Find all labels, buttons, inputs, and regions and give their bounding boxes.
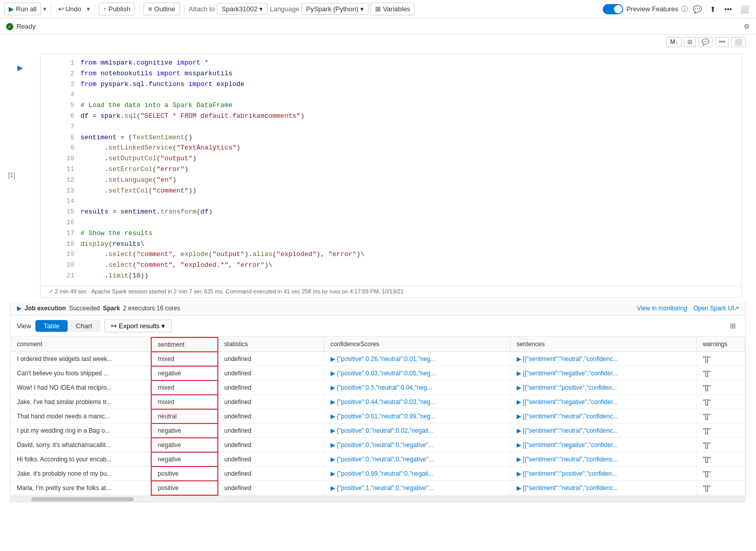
open-spark-ui-link[interactable]: Open Spark UI↗ [693, 305, 739, 312]
markdown-btn[interactable]: M↓ [666, 37, 682, 47]
cell-comment: Jake, it's probably none of my bu... [11, 467, 151, 481]
variables-label: Variables [383, 5, 410, 13]
cell-sentiment: negative [151, 366, 218, 380]
undo-dropdown-arrow[interactable]: ▾ [87, 5, 90, 13]
cell-warnings: "[]" [697, 395, 745, 409]
focus-btn[interactable]: ⊞ [684, 37, 696, 47]
status-bar: Ready ⚙ [0, 18, 756, 35]
job-exec-links: View in monitoring Open Spark UI↗ [637, 305, 739, 312]
view-label: View [17, 322, 31, 330]
cell-sentiment: mixed [151, 380, 218, 395]
outline-button[interactable]: ≡ Outline [144, 3, 180, 15]
cell-warnings: "[]" [697, 481, 745, 495]
toggle-knob [614, 5, 622, 13]
code-line-6: 6 df = spark.sql("SELECT * FROM default.… [66, 111, 733, 122]
expand-job-icon[interactable]: ▶ [17, 305, 22, 312]
cell-sentiment: positive [151, 467, 218, 481]
separator-2 [94, 4, 95, 14]
cell-confidence[interactable]: ▶ {"positive":0.26,"neutral":0.01,"neg..… [324, 352, 510, 366]
cell-sentences[interactable]: ▶ [{"sentiment":"negative","confider... [510, 366, 696, 380]
status-settings-icon[interactable]: ⚙ [744, 23, 750, 30]
cell-sentences[interactable]: ▶ [{"sentiment":"neutral","confidenc... [510, 409, 696, 423]
code-line-1: 1 from mmlspark.cognitive import * [66, 58, 733, 69]
cell-warnings: "[]" [697, 380, 745, 395]
cell-confidence[interactable]: ▶ {"positive":0.44,"neutral":0.03,"neg..… [324, 395, 510, 409]
cell-sentences[interactable]: ▶ [{"sentiment":"negative","confider... [510, 395, 696, 409]
publish-button[interactable]: ↑ Publish [99, 3, 135, 15]
col-header-confidence: confidenceScores [324, 337, 510, 352]
cell-more-btn[interactable]: ••• [715, 37, 729, 47]
cell-footer: ✓ 2 min 49 sec · Apache Spark session st… [40, 286, 741, 297]
more-options-btn[interactable]: ••• [721, 3, 735, 15]
comment-icon-btn[interactable]: 💬 [690, 3, 705, 15]
cell-run-btn[interactable]: ▶ [17, 63, 23, 72]
code-line-2: 2 from notebookutils import mssparkutils [66, 69, 733, 79]
code-line-10: 10 .setOutputCol("output") [66, 154, 733, 164]
cell-confidence[interactable]: ▶ {"positive":0.03,"neutral":0.05,"neg..… [324, 366, 510, 380]
table-row: Jake, it's probably none of my bu...posi… [11, 467, 745, 481]
code-line-20: 20 .select("comment", "exploded.*", "err… [66, 260, 733, 271]
cell-statistics: undefined [218, 409, 324, 423]
table-row: That hand model needs a manic...neutralu… [11, 409, 745, 423]
cell-confidence[interactable]: ▶ {"positive":0,"neutral":0,"negative"..… [324, 438, 510, 452]
code-editor[interactable]: 1 from mmlspark.cognitive import * 2 fro… [40, 54, 741, 286]
share-icon-btn[interactable]: ⬆ [707, 3, 719, 15]
preview-features-toggle[interactable] [603, 4, 623, 14]
attach-to-select[interactable]: Spark31002 ▾ [217, 3, 268, 15]
export-results-btn[interactable]: ↦ Export results ▾ [105, 320, 172, 332]
cell-confidence[interactable]: ▶ {"positive":0.01,"neutral":0.99,"neg..… [324, 409, 510, 423]
cell-confidence[interactable]: ▶ {"positive":0.5,"neutral":0.04,"neg... [324, 380, 510, 395]
cell-comment: That hand model needs a manic... [11, 409, 151, 423]
comment-cell-btn[interactable]: 💬 [698, 37, 713, 47]
language-value: PySpark (Python) [306, 5, 358, 13]
table-row: Maria, I'm pretty sure the folks at...po… [11, 481, 745, 495]
cell-sentences[interactable]: ▶ [{"sentiment":"positive","confiden... [510, 467, 696, 481]
table-row: Hi folks. According to your encab...nega… [11, 452, 745, 467]
cell-statistics: undefined [218, 366, 324, 380]
variables-button[interactable]: ⊞ Variables [371, 3, 415, 15]
cell-sentences[interactable]: ▶ [{"sentiment":"neutral","confidenc... [510, 352, 696, 366]
cell-confidence[interactable]: ▶ {"positive":0,"neutral":0.02,"negati..… [324, 423, 510, 438]
cell-expand-btn[interactable]: ⬜ [731, 37, 746, 47]
cell-statistics: undefined [218, 423, 324, 438]
outline-icon: ≡ [148, 5, 152, 13]
cell-comment: I ordered three widgets last week... [11, 352, 151, 366]
export-icon: ↦ [111, 322, 117, 330]
view-monitoring-link[interactable]: View in monitoring [637, 305, 687, 312]
cell-sentences[interactable]: ▶ [{"sentiment":"neutral","confidenc... [510, 423, 696, 438]
table-row: Jake, I've had similar problems tr...mix… [11, 395, 745, 409]
run-all-button[interactable]: ▶ Run all [4, 3, 41, 15]
language-select[interactable]: PySpark (Python) ▾ [301, 3, 369, 15]
job-execution-status: Succeeded [69, 305, 100, 312]
export-dropdown-icon: ▾ [161, 322, 165, 330]
cell-sentences[interactable]: ▶ [{"sentiment":"neutral","confidenc... [510, 481, 696, 495]
language-label: Language [270, 5, 299, 13]
cell-warnings: "[]" [697, 467, 745, 481]
chart-tab-btn[interactable]: Chart [68, 320, 100, 332]
col-header-statistics: statistics [218, 337, 324, 352]
horizontal-scrollbar[interactable] [11, 496, 745, 502]
cell-sentences[interactable]: ▶ [{"sentiment":"negative","confider... [510, 438, 696, 452]
cell-sentiment: negative [151, 452, 218, 467]
cell-confidence[interactable]: ▶ {"positive":0.99,"neutral":0,"negati..… [324, 467, 510, 481]
fullscreen-btn[interactable]: ⬜ [737, 3, 752, 15]
separator-1 [51, 4, 51, 14]
cell-confidence[interactable]: ▶ {"positive":0,"neutral":0,"negative"..… [324, 452, 510, 467]
run-dropdown-arrow[interactable]: ▾ [43, 5, 47, 13]
cell-statistics: undefined [218, 352, 324, 366]
table-tab-btn[interactable]: Table [35, 320, 68, 332]
publish-label: Publish [109, 5, 131, 13]
undo-button[interactable]: ↩ Undo [55, 3, 84, 15]
table-options-btn[interactable]: ⊞ [727, 320, 739, 332]
col-header-comment: comment [11, 337, 151, 352]
header-row: comment sentiment statistics confidenceS… [11, 337, 745, 352]
table-header: comment sentiment statistics confidenceS… [11, 337, 745, 352]
table-body: I ordered three widgets last week...mixe… [11, 352, 745, 495]
attach-to-label: Attach to [189, 5, 215, 13]
cell-confidence[interactable]: ▶ {"positive":1,"neutral":0,"negative"..… [324, 481, 510, 495]
cell-sentences[interactable]: ▶ [{"sentiment":"positive","confiden... [510, 380, 696, 395]
preview-features-info-icon[interactable]: ⓘ [681, 5, 688, 14]
cell-sentences[interactable]: ▶ [{"sentiment":"neutral","confidenc... [510, 452, 696, 467]
cell-sentiment: neutral [151, 409, 218, 423]
table-container[interactable]: comment sentiment statistics confidenceS… [11, 337, 745, 496]
